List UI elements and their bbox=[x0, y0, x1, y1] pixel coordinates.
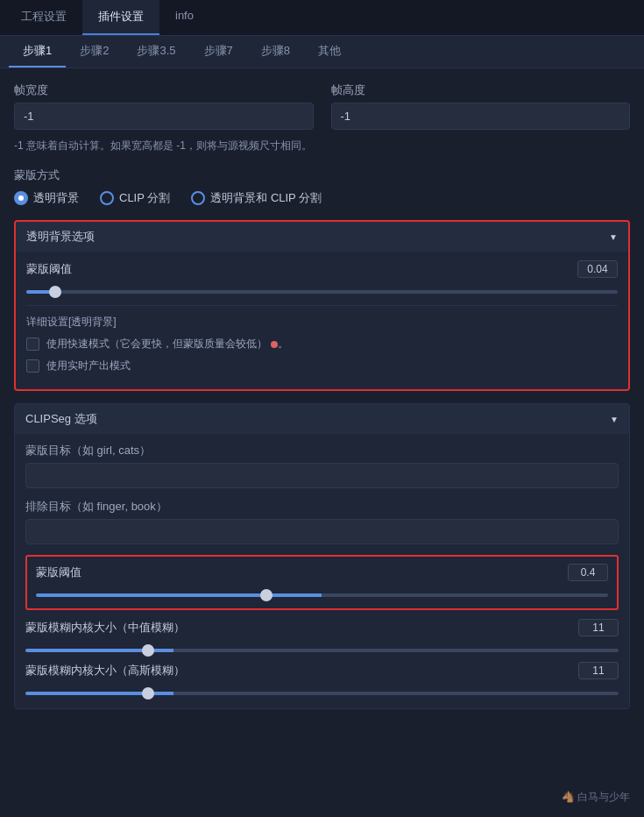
median-blur-label: 蒙版模糊内核大小（中值模糊） bbox=[25, 620, 570, 636]
sub-tab-step1[interactable]: 步骤1 bbox=[9, 36, 66, 67]
transparent-bg-panel-arrow: ▼ bbox=[609, 232, 618, 242]
divider bbox=[26, 305, 618, 306]
auto-calc-info: -1 意味着自动计算。如果宽高都是 -1，则将与源视频尺寸相同。 bbox=[14, 139, 630, 153]
median-blur-slider-row: 蒙版模糊内核大小（中值模糊） 11 bbox=[25, 619, 619, 636]
threshold-label: 蒙版阈值 bbox=[26, 261, 569, 277]
exclude-input[interactable] bbox=[25, 519, 619, 544]
frame-height-group: 帧高度 bbox=[331, 82, 631, 130]
clipseg-panel-header[interactable]: CLIPSeg 选项 ▼ bbox=[15, 404, 629, 434]
exclude-label: 排除目标（如 finger, book） bbox=[25, 499, 619, 515]
transparent-bg-panel: 透明背景选项 ▼ 蒙版阈值 0.04 详细设置[透明背景] 使用快速模式（它会更… bbox=[14, 220, 630, 391]
median-blur-slider-container bbox=[25, 642, 619, 655]
sub-tab-step2[interactable]: 步骤2 bbox=[66, 36, 123, 67]
frame-width-input[interactable] bbox=[14, 103, 314, 130]
radio-label-clip: CLIP 分割 bbox=[119, 190, 170, 206]
mengban-radio-group: 透明背景 CLIP 分割 透明背景和 CLIP 分割 bbox=[14, 190, 630, 206]
threshold-value: 0.04 bbox=[577, 260, 618, 278]
tab-info[interactable]: info bbox=[159, 0, 209, 35]
clip-threshold-slider-container bbox=[36, 586, 608, 600]
gaussian-blur-slider-row: 蒙版模糊内核大小（高斯模糊） 11 bbox=[25, 662, 619, 679]
clipseg-panel-title: CLIPSeg 选项 bbox=[25, 411, 97, 427]
main-content: 帧宽度 帧高度 -1 意味着自动计算。如果宽高都是 -1，则将与源视频尺寸相同。… bbox=[0, 68, 644, 735]
clipseg-panel: CLIPSeg 选项 ▼ 蒙版目标（如 girl, cats） 排除目标（如 f… bbox=[14, 403, 630, 709]
watermark: 🐴 白马与少年 bbox=[562, 790, 630, 805]
radio-circle-clip bbox=[100, 191, 114, 205]
radio-label-transparent: 透明背景 bbox=[33, 190, 79, 206]
radio-clip-split[interactable]: CLIP 分割 bbox=[100, 190, 170, 206]
clipseg-panel-arrow: ▼ bbox=[610, 415, 619, 424]
checkbox-realtime-mode-box[interactable] bbox=[26, 359, 39, 373]
sub-tab-step7[interactable]: 步骤7 bbox=[190, 36, 247, 67]
frame-height-label: 帧高度 bbox=[331, 82, 631, 98]
top-tab-bar: 工程设置 插件设置 info bbox=[0, 0, 644, 36]
transparent-bg-panel-header[interactable]: 透明背景选项 ▼ bbox=[16, 222, 628, 252]
checkbox-fast-mode-label: 使用快速模式（它会更快，但蒙版质量会较低）。 bbox=[46, 337, 288, 352]
clip-threshold-subpanel: 蒙版阈值 0.4 bbox=[25, 555, 619, 610]
transparent-bg-panel-body: 蒙版阈值 0.04 详细设置[透明背景] 使用快速模式（它会更快，但蒙版质量会较… bbox=[16, 252, 628, 389]
gaussian-blur-slider[interactable] bbox=[25, 692, 619, 695]
mengban-label: 蒙版方式 bbox=[14, 167, 630, 183]
clip-threshold-subpanel-body: 蒙版阈值 0.4 bbox=[27, 557, 617, 608]
checkbox-fast-mode[interactable]: 使用快速模式（它会更快，但蒙版质量会较低）。 bbox=[26, 337, 618, 352]
gaussian-blur-label: 蒙版模糊内核大小（高斯模糊） bbox=[25, 663, 570, 678]
threshold-slider[interactable] bbox=[26, 290, 618, 294]
target-label: 蒙版目标（如 girl, cats） bbox=[25, 443, 619, 458]
frame-height-input[interactable] bbox=[331, 103, 631, 130]
threshold-slider-container bbox=[26, 283, 618, 296]
radio-circle-both bbox=[191, 191, 205, 205]
clip-threshold-label: 蒙版阈值 bbox=[36, 565, 559, 580]
sub-tab-step8[interactable]: 步骤8 bbox=[247, 36, 304, 67]
sub-tab-bar: 步骤1 步骤2 步骤3.5 步骤7 步骤8 其他 bbox=[0, 36, 644, 68]
checkbox-fast-mode-box[interactable] bbox=[26, 337, 39, 351]
threshold-slider-row: 蒙版阈值 0.04 bbox=[26, 260, 618, 278]
transparent-bg-panel-title: 透明背景选项 bbox=[26, 229, 95, 245]
tab-plugin-settings[interactable]: 插件设置 bbox=[82, 0, 159, 35]
median-blur-slider[interactable] bbox=[25, 649, 619, 652]
tab-project-settings[interactable]: 工程设置 bbox=[5, 0, 82, 35]
frame-width-group: 帧宽度 bbox=[14, 82, 314, 130]
clipseg-panel-body: 蒙版目标（如 girl, cats） 排除目标（如 finger, book） … bbox=[15, 434, 629, 708]
dot-badge bbox=[271, 341, 278, 348]
target-input[interactable] bbox=[25, 463, 619, 488]
sub-tab-other[interactable]: 其他 bbox=[304, 36, 355, 67]
checkbox-realtime-mode-label: 使用实时产出模式 bbox=[46, 359, 131, 373]
radio-both[interactable]: 透明背景和 CLIP 分割 bbox=[191, 190, 322, 206]
clip-threshold-slider[interactable] bbox=[36, 593, 608, 597]
median-blur-value: 11 bbox=[578, 619, 619, 636]
checkbox-realtime-mode[interactable]: 使用实时产出模式 bbox=[26, 359, 618, 373]
radio-circle-transparent bbox=[14, 191, 28, 205]
gaussian-blur-slider-container bbox=[25, 685, 619, 698]
detail-label: 详细设置[透明背景] bbox=[26, 315, 618, 330]
clip-threshold-value: 0.4 bbox=[568, 564, 608, 581]
radio-label-both: 透明背景和 CLIP 分割 bbox=[210, 190, 322, 206]
clip-threshold-slider-row: 蒙版阈值 0.4 bbox=[36, 564, 608, 581]
frame-size-row: 帧宽度 帧高度 bbox=[14, 82, 630, 130]
sub-tab-step3-5[interactable]: 步骤3.5 bbox=[123, 36, 189, 67]
frame-width-label: 帧宽度 bbox=[14, 82, 314, 98]
radio-transparent-bg[interactable]: 透明背景 bbox=[14, 190, 79, 206]
gaussian-blur-value: 11 bbox=[578, 662, 619, 679]
